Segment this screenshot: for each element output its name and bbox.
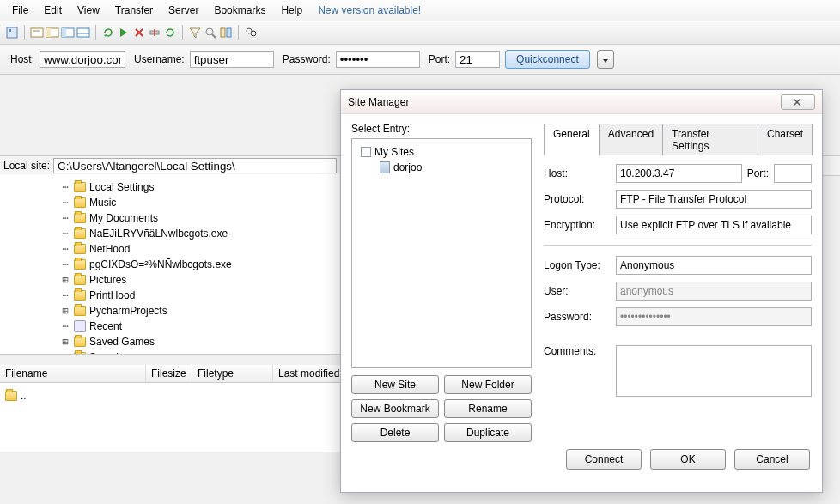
svg-line-18 (212, 34, 216, 38)
col-last-modified[interactable]: Last modified (273, 365, 350, 382)
menu-server[interactable]: Server (161, 3, 205, 18)
folder-icon (74, 259, 86, 270)
delete-button[interactable]: Delete (351, 423, 439, 442)
tab-general[interactable]: General (544, 124, 600, 155)
expander-plus-icon[interactable]: ⊞ (60, 274, 70, 286)
new-folder-button[interactable]: New Folder (444, 375, 532, 394)
encryption-select[interactable]: Use explicit FTP over TLS if available (616, 216, 812, 234)
col-filename[interactable]: Filename (0, 365, 146, 382)
tree-node[interactable]: ⋯Searches (60, 349, 347, 355)
new-bookmark-button[interactable]: New Bookmark (351, 399, 439, 418)
menu-view[interactable]: View (70, 3, 107, 18)
menu-file[interactable]: File (5, 3, 35, 18)
tab-strip: General Advanced Transfer Settings Chars… (544, 123, 812, 155)
folder-icon (74, 352, 86, 355)
folder-icon (74, 244, 86, 254)
expander-plus-icon[interactable]: ⊞ (60, 336, 70, 348)
recent-icon (74, 320, 86, 332)
comments-label: Comments: (544, 345, 611, 357)
compare-icon[interactable] (219, 26, 233, 39)
new-site-button[interactable]: New Site (351, 375, 439, 394)
username-input[interactable] (190, 51, 274, 68)
logon-type-select[interactable]: Anonymous (616, 256, 812, 275)
disconnect-icon[interactable] (148, 26, 161, 39)
filter-icon[interactable] (188, 26, 202, 39)
dialog-port-label: Port: (747, 167, 769, 179)
svg-rect-0 (7, 27, 17, 38)
toolbar-separator (238, 25, 239, 40)
toggle-remote-tree-icon[interactable] (61, 26, 75, 39)
rename-button[interactable]: Rename (444, 399, 532, 418)
tree-node-label: Saved Games (89, 336, 155, 348)
expander-plus-icon[interactable]: ⊞ (60, 305, 70, 317)
tree-node[interactable]: ⊞Saved Games (60, 334, 347, 349)
tree-node[interactable]: ⋯My Documents (60, 210, 347, 226)
local-directory-tree[interactable]: ⋯Local Settings⋯Music⋯My Documents⋯NaEJi… (0, 174, 350, 355)
tree-node[interactable]: ⊞Pictures (60, 272, 347, 288)
quickconnect-button[interactable]: Quickconnect (505, 50, 590, 69)
tree-node-label: Music (89, 197, 116, 209)
process-queue-icon[interactable] (117, 26, 131, 39)
menu-transfer[interactable]: Transfer (108, 3, 160, 18)
duplicate-button[interactable]: Duplicate (444, 423, 532, 442)
menu-update-available[interactable]: New version available! (311, 3, 428, 18)
tree-node[interactable]: ⋯PrintHood (60, 288, 347, 303)
dialog-host-input[interactable] (616, 164, 742, 183)
folder-icon (74, 290, 86, 301)
tree-node[interactable]: ⋯Music (60, 195, 347, 210)
search-icon[interactable] (204, 26, 217, 39)
tree-connector-icon: ⋯ (60, 197, 70, 209)
tree-node[interactable]: ⋯NetHood (60, 241, 347, 257)
menu-bookmarks[interactable]: Bookmarks (207, 3, 272, 18)
ok-button[interactable]: OK (650, 449, 726, 470)
tree-node[interactable]: ⋯pgCIXDsO=²%NÑwlbcgots.exe (60, 257, 347, 272)
menu-help[interactable]: Help (274, 3, 309, 18)
tree-node[interactable]: ⋯Local Settings (60, 179, 347, 195)
menu-edit[interactable]: Edit (37, 3, 69, 18)
svg-rect-7 (62, 28, 66, 37)
tree-node-label: NetHood (89, 243, 130, 255)
tree-node[interactable]: ⋯NaEJiLRYVñäLÑwlbcgots.exe (60, 226, 347, 241)
find-icon[interactable] (244, 26, 258, 39)
dialog-titlebar[interactable]: Site Manager (341, 90, 822, 114)
tab-advanced[interactable]: Advanced (599, 124, 663, 155)
file-list[interactable]: .. (0, 383, 350, 452)
cancel-button[interactable]: Cancel (734, 449, 810, 470)
quickconnect-dropdown[interactable] (597, 50, 614, 69)
dialog-close-button[interactable] (781, 94, 815, 110)
folder-icon (74, 275, 86, 285)
site-manager-icon[interactable] (5, 26, 19, 39)
connect-button[interactable]: Connect (566, 449, 642, 470)
cancel-icon[interactable] (132, 26, 146, 39)
toggle-log-icon[interactable] (30, 26, 44, 39)
tree-node[interactable]: ⋯Recent (60, 319, 347, 334)
host-input[interactable] (40, 51, 125, 68)
dialog-user-label: User: (544, 285, 611, 297)
toggle-local-tree-icon[interactable] (46, 26, 59, 39)
tree-connector-icon: ⋯ (60, 258, 70, 270)
tree-site-item[interactable]: dorjoo (356, 160, 527, 175)
port-input[interactable] (455, 51, 500, 68)
tab-charset[interactable]: Charset (758, 124, 813, 155)
comments-textarea[interactable] (616, 345, 812, 397)
col-filetype[interactable]: Filetype (192, 365, 273, 382)
tree-node[interactable]: ⊞PycharmProjects (60, 303, 347, 319)
chevron-down-icon (603, 59, 608, 63)
list-item[interactable]: .. (5, 388, 345, 404)
reconnect-icon[interactable] (163, 26, 177, 39)
password-input[interactable] (336, 51, 420, 68)
refresh-icon[interactable] (101, 26, 115, 39)
tree-node-label: Recent (89, 320, 122, 332)
site-entry-tree[interactable]: My Sites dorjoo (351, 138, 532, 368)
tree-root-my-sites[interactable]: My Sites (356, 144, 527, 160)
local-site-path-input[interactable] (53, 158, 337, 173)
svg-rect-19 (221, 28, 225, 37)
tab-transfer-settings[interactable]: Transfer Settings (662, 124, 758, 155)
protocol-select[interactable]: FTP - File Transfer Protocol (616, 190, 812, 209)
dialog-title: Site Manager (348, 96, 409, 108)
dialog-port-input[interactable] (774, 164, 812, 183)
col-filesize[interactable]: Filesize (146, 365, 192, 382)
tree-connector-icon: ⋯ (60, 351, 70, 355)
toggle-queue-icon[interactable] (76, 26, 90, 39)
dialog-user-input (616, 282, 812, 301)
